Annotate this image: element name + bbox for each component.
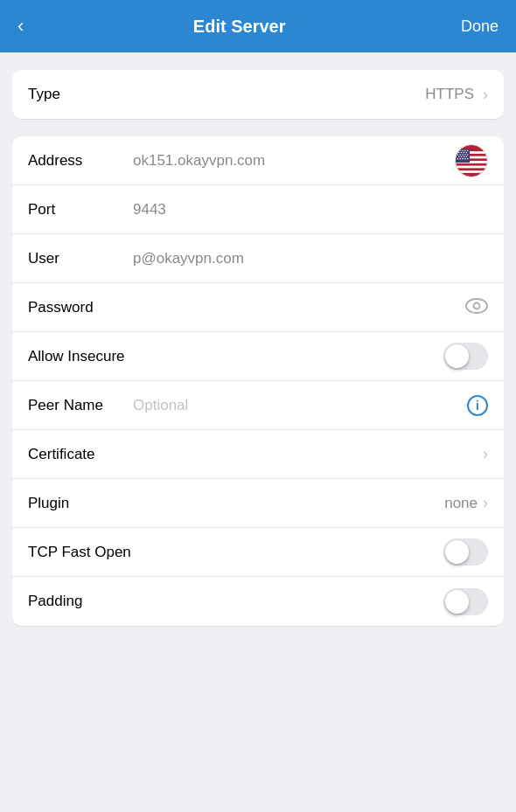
port-label: Port (28, 201, 133, 219)
password-visibility-toggle[interactable] (465, 296, 488, 319)
type-label: Type (28, 86, 425, 103)
svg-point-15 (466, 151, 468, 153)
padding-toggle[interactable] (443, 588, 488, 615)
user-value: p@okayvpn.com (133, 250, 488, 267)
svg-point-8 (459, 149, 461, 151)
svg-point-26 (459, 157, 461, 159)
svg-point-20 (467, 154, 469, 156)
svg-point-13 (461, 151, 463, 153)
user-row[interactable]: User p@okayvpn.com (12, 234, 504, 283)
type-chevron-icon: › (483, 86, 488, 104)
svg-point-16 (457, 154, 459, 156)
plugin-label: Plugin (28, 495, 133, 512)
svg-rect-4 (456, 165, 487, 168)
type-section: Type HTTPS › (12, 70, 504, 119)
certificate-row[interactable]: Certificate › (12, 430, 504, 479)
plugin-chevron-icon: › (483, 494, 488, 512)
svg-point-23 (464, 156, 465, 157)
svg-point-21 (458, 156, 460, 157)
padding-row: Padding (12, 577, 504, 626)
tcp-fast-open-label: TCP Fast Open (28, 544, 133, 561)
flag-icon (455, 144, 488, 177)
svg-point-28 (464, 157, 466, 159)
back-button[interactable]: ‹ (17, 15, 24, 38)
fields-section: Address ok151.okayvpn.com (12, 136, 504, 626)
svg-point-32 (474, 302, 480, 309)
allow-insecure-toggle[interactable] (443, 343, 488, 370)
user-label: User (28, 250, 133, 267)
allow-insecure-label: Allow Insecure (28, 348, 133, 365)
address-value: ok151.okayvpn.com (133, 152, 455, 170)
svg-point-9 (462, 149, 464, 151)
svg-point-24 (466, 156, 468, 157)
svg-point-17 (459, 154, 461, 156)
toggle-thumb (445, 344, 469, 368)
svg-point-14 (464, 151, 465, 153)
svg-point-10 (464, 149, 466, 151)
svg-point-18 (462, 154, 464, 156)
svg-point-27 (462, 157, 464, 159)
allow-insecure-row: Allow Insecure (12, 332, 504, 381)
password-label: Password (28, 299, 133, 316)
svg-point-12 (458, 151, 460, 153)
header: ‹ Edit Server Done (0, 0, 516, 52)
peer-name-label: Peer Name (28, 397, 133, 414)
svg-point-25 (457, 157, 459, 159)
page-title: Edit Server (24, 17, 455, 37)
port-value: 9443 (133, 201, 488, 219)
tcp-fast-open-toggle[interactable] (443, 538, 488, 566)
certificate-label: Certificate (28, 446, 133, 463)
peer-name-info-icon[interactable]: i (467, 395, 488, 416)
svg-point-7 (457, 149, 459, 151)
svg-point-29 (467, 157, 469, 159)
svg-rect-5 (456, 170, 487, 173)
svg-point-11 (467, 149, 469, 151)
toggle-thumb (445, 590, 469, 614)
tcp-fast-open-row: TCP Fast Open (12, 528, 504, 577)
toggle-thumb (445, 540, 469, 564)
port-row[interactable]: Port 9443 (12, 185, 504, 234)
peer-name-input[interactable] (133, 397, 467, 414)
svg-point-31 (466, 299, 487, 313)
plugin-row[interactable]: Plugin none › (12, 479, 504, 528)
svg-point-22 (461, 156, 463, 157)
svg-point-19 (464, 154, 466, 156)
peer-name-row[interactable]: Peer Name i (12, 381, 504, 430)
password-row[interactable]: Password (12, 283, 504, 332)
address-row[interactable]: Address ok151.okayvpn.com (12, 136, 504, 185)
address-label: Address (28, 152, 133, 170)
done-button[interactable]: Done (455, 17, 499, 36)
certificate-chevron-icon: › (483, 445, 488, 463)
plugin-value: none (305, 495, 478, 512)
type-row[interactable]: Type HTTPS › (12, 70, 504, 119)
type-value: HTTPS (425, 86, 474, 103)
padding-label: Padding (28, 593, 133, 610)
